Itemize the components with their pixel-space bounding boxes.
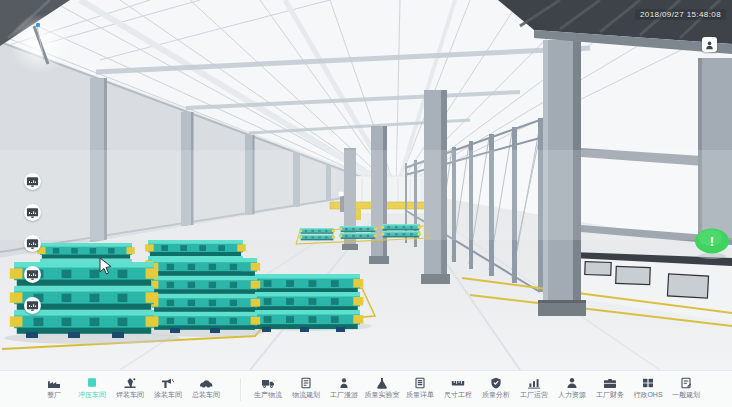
app-window: ! 2018/09/27 15:48:08 整厂: [0, 0, 732, 407]
monitor-stats-icon: [26, 238, 39, 250]
wall-window: [667, 274, 708, 298]
side-stat-button-2[interactable]: [24, 204, 41, 221]
tab-whole-factory[interactable]: 整厂: [36, 376, 72, 399]
lab-icon: [375, 376, 389, 389]
module-menu: 生产物流 物流规划 工厂漫游 质量实验室 质量详单: [250, 376, 704, 399]
operations-icon: [527, 376, 541, 389]
blue-marker-dot: [36, 23, 40, 27]
factory-icon: [47, 376, 61, 389]
fog-overlay: [0, 150, 732, 240]
bottom-toolbar: 整厂 冲压车间 焊装车间 涂装车间 总装车间: [0, 370, 732, 407]
wall-window: [616, 266, 651, 284]
painting-icon: [161, 376, 175, 389]
ohs-icon: [641, 376, 655, 389]
side-stat-button-3[interactable]: [24, 235, 41, 252]
logistics-plan-icon: [299, 376, 313, 389]
user-icon: [704, 40, 715, 50]
toolbar-divider: [240, 378, 241, 401]
monitor-stats-icon: [26, 269, 39, 281]
tab-welding-shop[interactable]: 焊装车间: [112, 376, 148, 399]
menu-production-logistics[interactable]: 生产物流: [250, 376, 286, 399]
alert-marker-text: !: [710, 234, 714, 249]
tab-stamping-shop[interactable]: 冲压车间: [74, 376, 110, 399]
monitor-stats-icon: [26, 300, 39, 312]
menu-dimension-engineering[interactable]: 尺寸工程: [440, 376, 476, 399]
welding-icon: [123, 376, 137, 389]
scene-3d-viewport[interactable]: !: [0, 0, 732, 370]
stamping-icon: [85, 376, 99, 389]
monitor-stats-icon: [26, 176, 39, 188]
workshop-tabs: 整厂 冲压车间 焊装车间 涂装车间 总装车间: [36, 376, 224, 399]
assembly-icon: [199, 376, 213, 389]
hr-icon: [565, 376, 579, 389]
tab-assembly-shop[interactable]: 总装车间: [188, 376, 224, 399]
side-stat-button-4[interactable]: [24, 266, 41, 283]
roam-icon: [337, 376, 351, 389]
menu-quality-detail-list[interactable]: 质量详单: [402, 376, 438, 399]
menu-quality-analysis[interactable]: 质量分析: [478, 376, 514, 399]
menu-factory-roam[interactable]: 工厂漫游: [326, 376, 362, 399]
truck-icon: [261, 376, 275, 389]
menu-admin-ohs[interactable]: 行政OHS: [630, 376, 666, 399]
tab-painting-shop[interactable]: 涂装车间: [150, 376, 186, 399]
menu-human-resources[interactable]: 人力资源: [554, 376, 590, 399]
menu-factory-finance[interactable]: 工厂财务: [592, 376, 628, 399]
menu-logistics-planning[interactable]: 物流规划: [288, 376, 324, 399]
alert-marker[interactable]: !: [695, 229, 729, 260]
finance-icon: [603, 376, 617, 389]
menu-factory-operations[interactable]: 工厂运营: [516, 376, 552, 399]
side-stat-button-1[interactable]: [24, 173, 41, 190]
crane-hook-highlight: [10, 14, 70, 74]
menu-quality-lab[interactable]: 质量实验室: [364, 376, 400, 399]
quality-list-icon: [413, 376, 427, 389]
ruler-icon: [451, 376, 465, 389]
side-stat-button-5[interactable]: [24, 297, 41, 314]
shield-icon: [489, 376, 503, 389]
user-button[interactable]: [702, 37, 717, 52]
wall-window: [585, 262, 611, 276]
timestamp: 2018/09/27 15:48:08: [635, 9, 726, 20]
monitor-stats-icon: [26, 207, 39, 219]
plan-icon: [679, 376, 693, 389]
menu-general-planning[interactable]: 一般规划: [668, 376, 704, 399]
